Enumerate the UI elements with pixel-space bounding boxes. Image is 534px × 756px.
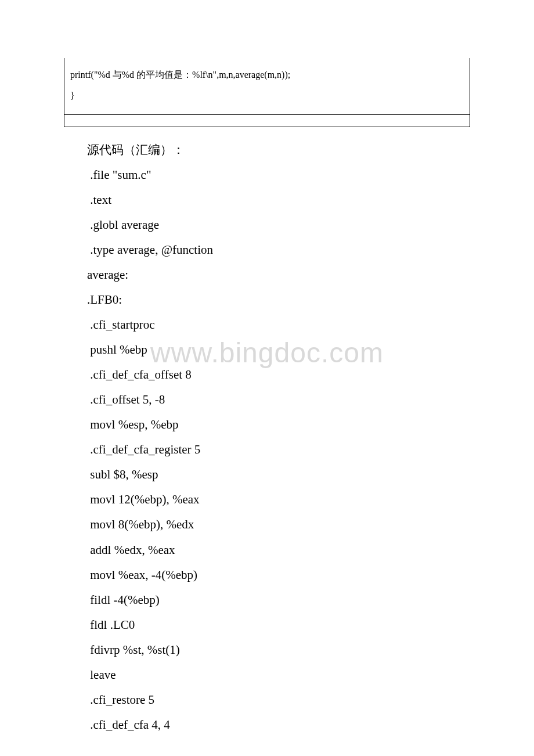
asm-line: leave xyxy=(87,663,447,687)
asm-line: .cfi_def_cfa 4, 4 xyxy=(87,712,447,737)
section-heading: 源代码（汇编）： xyxy=(87,138,447,163)
page-content: printf("%d 与%d 的平均值是：%lf\n",m,n,average(… xyxy=(64,58,470,737)
code-box-inner: printf("%d 与%d 的平均值是：%lf\n",m,n,average(… xyxy=(64,59,470,114)
asm-line: fildl -4(%ebp) xyxy=(87,588,447,613)
asm-line: average: xyxy=(87,262,447,287)
document-page: www.bingdoc.com printf("%d 与%d 的平均值是：%lf… xyxy=(0,0,534,756)
asm-line: movl %eax, -4(%ebp) xyxy=(87,563,447,588)
asm-line: subl $8, %esp xyxy=(87,462,447,487)
asm-line: fldl .LC0 xyxy=(87,613,447,638)
asm-line: .LFB0: xyxy=(87,287,447,312)
asm-line: .cfi_offset 5, -8 xyxy=(87,387,447,412)
assembly-listing: 源代码（汇编）： .file "sum.c" .text .globl aver… xyxy=(64,128,470,737)
asm-line: movl %esp, %ebp xyxy=(87,412,447,437)
asm-line: movl 8(%ebp), %edx xyxy=(87,512,447,537)
code-box: printf("%d 与%d 的平均值是：%lf\n",m,n,average(… xyxy=(64,58,470,127)
asm-line: .globl average xyxy=(87,213,447,237)
code-box-line: } xyxy=(70,87,464,105)
asm-line: movl 12(%ebp), %eax xyxy=(87,487,447,512)
asm-line: .cfi_startproc xyxy=(87,312,447,337)
asm-line: .type average, @function xyxy=(87,237,447,262)
asm-line: .cfi_restore 5 xyxy=(87,687,447,712)
asm-line: .file "sum.c" xyxy=(87,163,447,188)
asm-line: .cfi_def_cfa_offset 8 xyxy=(87,362,447,387)
code-box-footer xyxy=(64,114,470,125)
asm-line: .cfi_def_cfa_register 5 xyxy=(87,437,447,462)
asm-line: pushl %ebp xyxy=(87,337,447,362)
asm-line: fdivrp %st, %st(1) xyxy=(87,638,447,663)
asm-line: addl %edx, %eax xyxy=(87,538,447,563)
code-box-line: printf("%d 与%d 的平均值是：%lf\n",m,n,average(… xyxy=(70,66,464,84)
asm-line: .text xyxy=(87,188,447,213)
